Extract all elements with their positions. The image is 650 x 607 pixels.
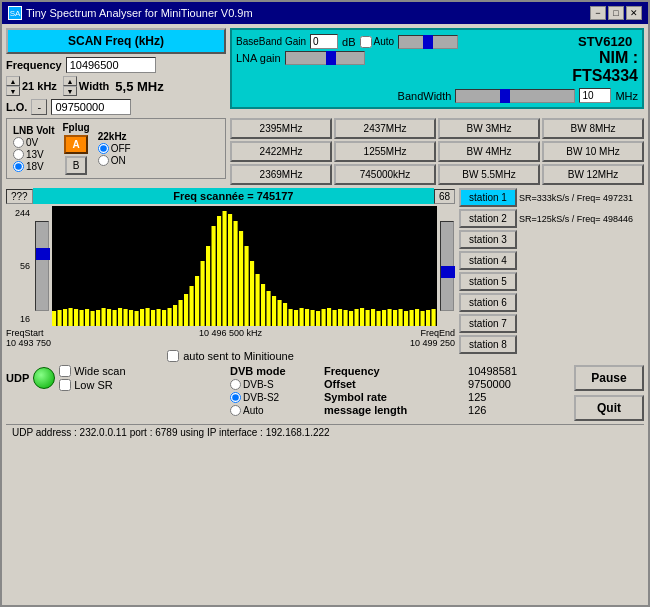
freq-btn-6[interactable]: BW 4MHz <box>438 141 540 162</box>
svg-rect-38 <box>256 274 260 326</box>
svg-rect-23 <box>173 305 177 326</box>
freq-btn-8[interactable]: 2369MHz <box>230 164 332 185</box>
svg-rect-48 <box>311 310 315 326</box>
station-row-2: station 2 SR=125kS/s / Freq= 498446 <box>459 209 644 228</box>
freq-btn-5[interactable]: 1255MHz <box>334 141 436 162</box>
titlebar-buttons: − □ ✕ <box>590 6 642 20</box>
freq-btn-9[interactable]: 745000kHz <box>334 164 436 185</box>
spectrum-canvas <box>52 206 437 326</box>
22k-off-option[interactable]: OFF <box>98 143 131 154</box>
svg-rect-16 <box>135 311 139 326</box>
svg-rect-13 <box>118 308 122 326</box>
minimize-button[interactable]: − <box>590 6 606 20</box>
baseband-slider[interactable] <box>398 35 458 49</box>
station-row-6: station 6 <box>459 293 644 312</box>
fplug-a-button[interactable]: A <box>64 135 87 154</box>
close-button[interactable]: ✕ <box>626 6 642 20</box>
svg-rect-24 <box>179 300 183 326</box>
main-window: SA Tiny Spectrum Analyser for MiniTioune… <box>0 0 650 607</box>
lo-input[interactable] <box>51 99 131 115</box>
svg-rect-55 <box>349 311 353 326</box>
svg-rect-37 <box>250 261 254 326</box>
freq-btn-10[interactable]: BW 5.5MHz <box>438 164 540 185</box>
svg-rect-39 <box>261 284 265 326</box>
width-up-button[interactable]: ▲ <box>63 76 77 86</box>
station-2-button[interactable]: station 2 <box>459 209 517 228</box>
lo-label: L.O. <box>6 101 27 113</box>
lo-minus-button[interactable]: - <box>31 99 47 115</box>
lnb-18v-option[interactable]: 18V <box>13 161 54 172</box>
fplug-b-button[interactable]: B <box>65 156 88 175</box>
freq-btn-2[interactable]: BW 3MHz <box>438 118 540 139</box>
station-7-button[interactable]: station 7 <box>459 314 517 333</box>
freq-btn-0[interactable]: 2395MHz <box>230 118 332 139</box>
fi-symbol-rate-value: 125 <box>468 391 570 403</box>
freq-btn-7[interactable]: BW 10 MHz <box>542 141 644 162</box>
width-value: 5,5 MHz <box>115 79 163 94</box>
window-title: Tiny Spectrum Analyser for MiniTiouner V… <box>26 7 253 19</box>
freq-btn-4[interactable]: 2422MHz <box>230 141 332 162</box>
station-3-button[interactable]: station 3 <box>459 230 517 249</box>
pause-button[interactable]: Pause <box>574 365 644 391</box>
nim-value: FTS4334 <box>572 67 638 84</box>
dvb-s2-option[interactable]: DVB-S2 <box>230 392 320 403</box>
svg-rect-18 <box>146 308 150 326</box>
width-down-button[interactable]: ▼ <box>63 86 77 96</box>
svg-rect-12 <box>113 310 117 326</box>
station-4-button[interactable]: station 4 <box>459 251 517 270</box>
svg-rect-6 <box>80 310 84 326</box>
lnb-section: LNB Volt 0V 13V 18V Fplug A B 22kHz OFF <box>6 118 226 179</box>
pause-quit-section: Pause Quit <box>574 365 644 421</box>
svg-rect-65 <box>404 311 408 326</box>
auto-sent-row: auto sent to Minitioune <box>6 350 455 362</box>
freq-btn-1[interactable]: 2437MHz <box>334 118 436 139</box>
freq-btn-11[interactable]: BW 12MHz <box>542 164 644 185</box>
spectrum-right-slider[interactable] <box>440 221 454 311</box>
baseband-section: BaseBand Gain dB Auto <box>236 34 564 49</box>
wide-scan-checkbox[interactable] <box>59 365 71 377</box>
station-5-button[interactable]: station 5 <box>459 272 517 291</box>
app-icon: SA <box>8 6 22 20</box>
lnb-0v-option[interactable]: 0V <box>13 137 54 148</box>
station-1-info: SR=333kS/s / Freq= 497231 <box>519 193 633 203</box>
station-1-button[interactable]: station 1 <box>459 188 517 207</box>
low-sr-label: Low SR <box>74 379 113 391</box>
freq-btn-3[interactable]: BW 8MHz <box>542 118 644 139</box>
svg-rect-67 <box>415 309 419 326</box>
station-8-button[interactable]: station 8 <box>459 335 517 354</box>
dvb-s-option[interactable]: DVB-S <box>230 379 320 390</box>
step-down-button[interactable]: ▼ <box>6 86 20 96</box>
dvb-auto-option[interactable]: Auto <box>230 405 320 416</box>
nim-nim-label: NIM : <box>599 49 638 66</box>
svg-rect-56 <box>355 309 359 326</box>
spectrum-left-slider[interactable] <box>35 221 49 311</box>
svg-rect-70 <box>432 309 436 326</box>
baseband-input[interactable] <box>310 34 338 49</box>
row2: LNB Volt 0V 13V 18V Fplug A B 22kHz OFF <box>6 118 644 185</box>
22k-on-option[interactable]: ON <box>98 155 131 166</box>
svg-rect-31 <box>217 216 221 326</box>
nim-top: BaseBand Gain dB Auto LNA gain <box>236 34 638 84</box>
fi-offset-label: Offset <box>324 378 460 390</box>
auto-checkbox[interactable] <box>360 36 372 48</box>
low-sr-checkbox[interactable] <box>59 379 71 391</box>
bandwidth-slider[interactable] <box>455 89 575 103</box>
svg-rect-10 <box>102 308 106 326</box>
svg-rect-3 <box>63 309 67 326</box>
station-6-button[interactable]: station 6 <box>459 293 517 312</box>
auto-sent-checkbox[interactable] <box>167 350 179 362</box>
scan-freq-button[interactable]: SCAN Freq (kHz) <box>6 28 226 54</box>
svg-rect-51 <box>327 308 331 326</box>
frequency-input[interactable] <box>66 57 156 73</box>
svg-rect-5 <box>74 309 78 326</box>
lna-slider[interactable] <box>285 51 365 65</box>
step-up-button[interactable]: ▲ <box>6 76 20 86</box>
stv-label: STV6120 <box>578 34 632 49</box>
bandwidth-input[interactable] <box>579 88 611 103</box>
quit-button[interactable]: Quit <box>574 395 644 421</box>
lnb-13v-option[interactable]: 13V <box>13 149 54 160</box>
svg-rect-47 <box>305 309 309 326</box>
spectrum-section: ??? Freq scannée = 745177 68 244 56 16 <box>6 188 455 362</box>
maximize-button[interactable]: □ <box>608 6 624 20</box>
fi-symbol-rate-label: Symbol rate <box>324 391 460 403</box>
